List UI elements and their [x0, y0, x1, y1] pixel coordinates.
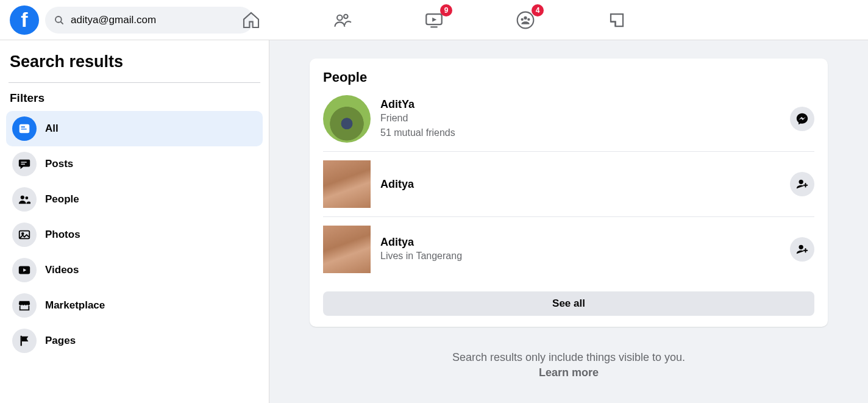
sidebar: Search results Filters All Posts People: [0, 40, 269, 403]
learn-more-link[interactable]: Learn more: [291, 366, 846, 379]
person-mutual: 51 mutual friends: [380, 126, 790, 140]
friends-icon: [333, 10, 352, 30]
svg-point-7: [524, 16, 527, 19]
person-name[interactable]: AditYa: [380, 98, 790, 111]
svg-point-6: [518, 12, 534, 28]
svg-rect-11: [21, 126, 25, 127]
avatar[interactable]: [323, 226, 371, 273]
top-bar: f 9 4: [0, 0, 868, 40]
message-button[interactable]: [790, 107, 814, 131]
videos-icon: [12, 258, 37, 282]
filter-pages[interactable]: Pages: [6, 323, 263, 358]
add-friend-icon: [795, 243, 809, 256]
svg-point-3: [344, 14, 347, 18]
svg-rect-13: [21, 162, 27, 162]
see-all-button[interactable]: See all: [323, 291, 814, 316]
filters-heading: Filters: [6, 91, 263, 111]
filter-posts[interactable]: Posts: [6, 146, 263, 182]
svg-point-9: [527, 18, 530, 20]
messenger-icon: [795, 112, 809, 126]
add-friend-icon: [795, 177, 809, 191]
marketplace-icon: [12, 293, 37, 318]
filter-label: Marketplace: [45, 299, 105, 312]
svg-point-8: [521, 18, 524, 20]
filter-label: Pages: [45, 335, 76, 347]
filter-label: Photos: [45, 229, 80, 241]
person-location: Lives in Tangerang: [380, 249, 790, 263]
svg-rect-20: [21, 336, 22, 346]
add-friend-button[interactable]: [790, 172, 814, 196]
groups-badge: 4: [532, 4, 544, 16]
avatar[interactable]: [323, 160, 371, 208]
svg-point-16: [25, 196, 28, 199]
nav-home[interactable]: [239, 8, 263, 32]
top-nav: 9 4: [239, 8, 629, 32]
svg-point-22: [799, 245, 803, 249]
person-row[interactable]: Aditya Lives in Tangerang: [323, 217, 814, 282]
svg-line-1: [61, 21, 63, 23]
section-title: People: [323, 70, 814, 85]
nav-friends[interactable]: [330, 8, 355, 32]
facebook-logo[interactable]: f: [10, 5, 39, 35]
results-visibility-note: Search results only include things visib…: [291, 351, 846, 379]
svg-rect-14: [21, 164, 25, 165]
photos-icon: [12, 223, 37, 247]
svg-point-21: [799, 180, 803, 184]
page-title: Search results: [6, 50, 263, 77]
person-row[interactable]: Aditya: [323, 152, 814, 217]
divider: [9, 82, 260, 83]
nav-watch[interactable]: 9: [422, 8, 446, 32]
add-friend-button[interactable]: [790, 237, 814, 262]
svg-point-2: [337, 15, 343, 20]
note-text: Search results only include things visib…: [452, 351, 685, 363]
gaming-icon: [608, 11, 626, 29]
main-content: People AditYa Friend 51 mutual friends A…: [269, 40, 868, 403]
person-name[interactable]: Aditya: [380, 178, 790, 191]
home-icon: [241, 10, 261, 30]
svg-point-18: [22, 233, 24, 235]
filter-label: Posts: [45, 158, 73, 170]
posts-icon: [12, 152, 37, 176]
filter-all[interactable]: All: [6, 111, 263, 146]
svg-rect-12: [21, 129, 27, 129]
nav-groups[interactable]: 4: [513, 8, 538, 32]
filter-label: All: [45, 123, 59, 135]
search-box[interactable]: [45, 7, 254, 34]
person-name[interactable]: Aditya: [380, 236, 790, 249]
pages-icon: [12, 329, 37, 353]
avatar[interactable]: [323, 95, 371, 143]
people-results-card: People AditYa Friend 51 mutual friends A…: [310, 59, 828, 327]
search-input[interactable]: [71, 14, 245, 26]
svg-point-15: [21, 196, 24, 199]
search-icon: [54, 15, 65, 26]
filter-people[interactable]: People: [6, 182, 263, 217]
feed-icon: [12, 116, 37, 141]
filter-label: Videos: [45, 264, 79, 276]
person-relation: Friend: [380, 111, 790, 125]
filter-photos[interactable]: Photos: [6, 217, 263, 252]
person-row[interactable]: AditYa Friend 51 mutual friends: [323, 90, 814, 152]
filter-label: People: [45, 193, 79, 205]
watch-badge: 9: [440, 4, 452, 16]
filter-videos[interactable]: Videos: [6, 252, 263, 288]
filter-marketplace[interactable]: Marketplace: [6, 288, 263, 323]
people-icon: [12, 187, 37, 212]
nav-gaming[interactable]: [605, 8, 629, 32]
